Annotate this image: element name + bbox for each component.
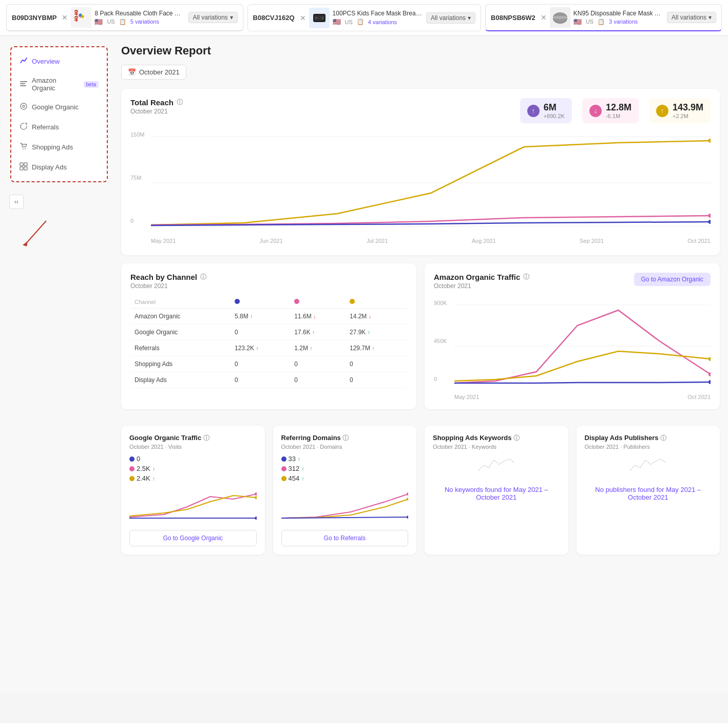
tab-close-2[interactable]: ✕ (300, 14, 306, 22)
go-to-referrals-button[interactable]: Go to Referrals (281, 530, 409, 546)
trend-up-google-pink: ↑ (152, 466, 156, 472)
tab-variation-icon-1: 📋 (119, 18, 126, 25)
trend-icon: ↓ (313, 313, 316, 319)
sidebar-label-referrals: Referrals (32, 123, 59, 131)
trend-icon: ↑ (310, 345, 313, 351)
sidebar-item-google-organic[interactable]: Google Organic (11, 97, 107, 117)
svg-point-42 (407, 492, 408, 496)
google-value-blue: 0 (137, 455, 140, 463)
sidebar-label-display-ads: Display Ads (32, 163, 67, 171)
google-value-yellow: 2.4K (137, 474, 150, 482)
tab-close-3[interactable]: ✕ (541, 13, 547, 22)
svg-point-44 (407, 516, 408, 519)
trend-up-google-yellow: ↑ (152, 475, 156, 482)
go-to-amazon-organic-button[interactable]: Go to Amazon Organic (634, 273, 711, 286)
date-button[interactable]: 📅 October 2021 (121, 65, 186, 80)
amazon-organic-info-icon[interactable]: ⓘ (523, 273, 529, 281)
total-reach-title: Total Reach ⓘ (130, 98, 183, 107)
product-tab-2[interactable]: B08CVJ162Q ✕ 100PCS Kids Face Mask Breat… (247, 4, 481, 31)
referring-domains-info-icon[interactable]: ⓘ (342, 434, 349, 442)
tab-variations-link-3[interactable]: 3 variations (609, 18, 638, 25)
amazon-organic-subtitle: October 2021 (434, 282, 529, 290)
collapse-sidebar-button[interactable]: ‹‹ (9, 195, 24, 209)
product-tab-1[interactable]: B09D3NYBMP ✕ 🧣 🧣 🎭 8 Pack Reusable Cloth… (6, 4, 243, 31)
x-label-oct-amazon: Oct 2021 (687, 394, 711, 400)
shopping-ads-icon (20, 142, 28, 152)
display-ads-info-icon[interactable]: ⓘ (660, 434, 666, 442)
x-label-sep: Sep 2021 (580, 238, 604, 244)
svg-point-13 (553, 16, 567, 19)
amazon-organic-chart: 900K 450K 0 (434, 300, 711, 400)
table-row: Google Organic 0 17.6K ↑ 27.9K ↑ (130, 325, 407, 340)
sidebar-label-amazon-organic: Amazon Organic (32, 77, 78, 92)
x-label-aug: Aug 2021 (472, 238, 496, 244)
channel-table: Channel Amazon Organic 5.8M ↑ 11.6M ↓ 14… (130, 296, 407, 388)
tab-close-1[interactable]: ✕ (62, 13, 68, 22)
trend-icon: ↑ (368, 329, 371, 335)
referring-metric-yellow: 454 ↑ (281, 474, 409, 482)
total-reach-card: Total Reach ⓘ October 2021 ↑ 6M +890.2K (121, 89, 720, 255)
amazon-organic-title: Amazon Organic Traffic ⓘ (434, 273, 529, 281)
svg-rect-15 (20, 83, 25, 84)
reach-by-channel-title: Reach by Channel ⓘ (130, 273, 407, 281)
svg-point-17 (21, 103, 27, 109)
svg-point-43 (407, 498, 408, 501)
sidebar-item-referrals[interactable]: Referrals (11, 117, 107, 137)
svg-marker-26 (23, 241, 28, 246)
svg-point-37 (708, 357, 711, 361)
table-row: Referrals 123.2K ↑ 1.2M ↑ 129.7M ↑ (130, 340, 407, 356)
product-tab-3[interactable]: B08NPSB6W2 ✕ KN95 Disposable Face Mask 2… (485, 4, 722, 31)
dot-yellow-ref (281, 476, 286, 481)
tab-variations-link-1[interactable]: 5 variations (130, 18, 159, 25)
tab-variation-btn-1[interactable]: All variations ▾ (188, 12, 238, 23)
date-label: October 2021 (139, 68, 180, 76)
sidebar-item-amazon-organic[interactable]: Amazon Organic beta (11, 71, 107, 97)
x-label-may-amazon: May 2021 (454, 394, 479, 400)
total-reach-subtitle: October 2021 (130, 108, 183, 115)
tab-variations-link-2[interactable]: 4 variations (368, 19, 397, 25)
tab-variation-btn-3[interactable]: All variations ▾ (667, 12, 716, 23)
go-to-google-organic-button[interactable]: Go to Google Organic (129, 530, 257, 546)
sidebar-item-shopping-ads[interactable]: Shopping Ads (11, 137, 107, 157)
sidebar-label-overview: Overview (32, 58, 60, 65)
referring-domains-sub: October 2021 · Domains (281, 444, 409, 450)
shopping-ads-info-icon[interactable]: ⓘ (513, 434, 520, 442)
trend-up-ref-pink: ↑ (301, 466, 304, 472)
google-organic-sub: October 2021 · Visits (129, 444, 257, 450)
table-row: Amazon Organic 5.8M ↑ 11.6M ↓ 14.2M ↓ (130, 309, 407, 325)
sidebar: Overview Amazon Organic beta Google Orga… (10, 46, 108, 182)
referrals-icon (20, 122, 28, 132)
tab-flag-3: 🇺🇸 (573, 18, 582, 26)
reach-by-channel-card: Reach by Channel ⓘ October 2021 Channel (121, 263, 416, 409)
google-organic-mini-chart (129, 486, 257, 524)
sidebar-item-display-ads[interactable]: Display Ads (11, 157, 107, 177)
beta-badge: beta (84, 81, 99, 88)
svg-point-38 (708, 380, 711, 384)
total-reach-metrics: ↑ 6M +890.2K ↓ 12.8M -6.1M (520, 98, 711, 123)
trend-icon: ↑ (250, 313, 253, 319)
metric-value-1: 6M (544, 102, 565, 113)
top-bar: B09D3NYBMP ✕ 🧣 🧣 🎭 8 Pack Reusable Cloth… (0, 0, 728, 36)
tab-flag-1: 🇺🇸 (94, 18, 103, 26)
tab-asin-2: B08CVJ162Q (253, 14, 295, 22)
channel-name-shopping: Shopping Ads (130, 356, 231, 372)
google-organic-info-icon[interactable]: ⓘ (203, 434, 209, 442)
reach-by-channel-info-icon[interactable]: ⓘ (200, 273, 206, 281)
tab-country-2: US (345, 19, 353, 25)
tab-variation-btn-2[interactable]: All variations ▾ (426, 12, 475, 24)
arrow-annotation (15, 218, 113, 251)
x-label-jun: Jun 2021 (260, 238, 283, 244)
ref-value-pink: 312 (289, 465, 300, 472)
y-label-150m: 150M (130, 131, 151, 138)
x-axis-labels: May 2021 Jun 2021 Jul 2021 Aug 2021 Sep … (151, 236, 711, 246)
total-reach-info-icon[interactable]: ⓘ (177, 98, 183, 107)
google-organic-traffic-card: Google Organic Traffic ⓘ October 2021 · … (121, 426, 265, 555)
display-ads-sub: October 2021 · Publishers (585, 444, 712, 450)
y-450k: 450K (434, 338, 454, 344)
content-area: Overview Report 📅 October 2021 Total Rea… (113, 36, 728, 692)
svg-point-20 (25, 148, 26, 149)
two-col-row: Reach by Channel ⓘ October 2021 Channel (121, 263, 720, 417)
sidebar-item-overview[interactable]: Overview (11, 51, 107, 71)
google-organic-traffic-title: Google Organic Traffic ⓘ (129, 434, 257, 443)
display-ads-no-data: No publishers found for May 2021 – Octob… (585, 455, 712, 501)
